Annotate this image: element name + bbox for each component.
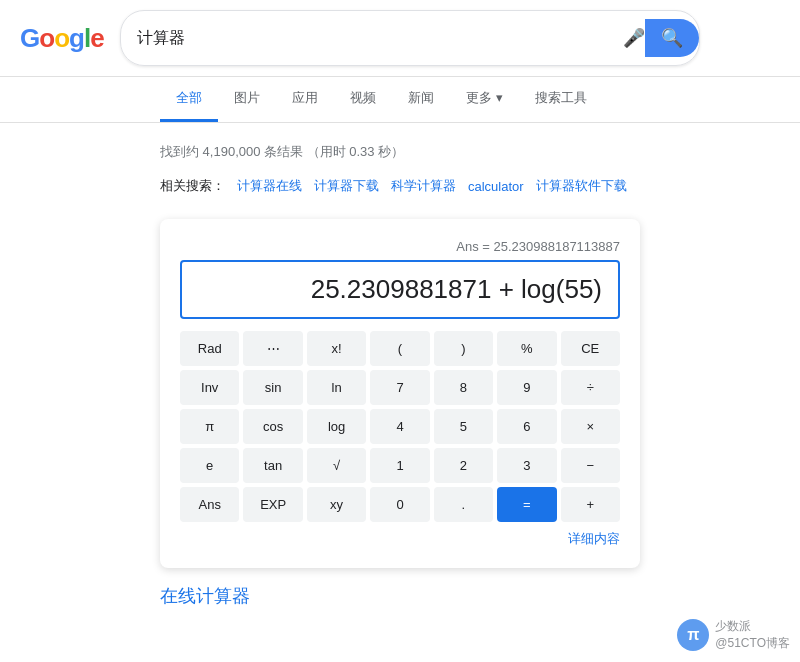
related-link-0[interactable]: 计算器在线 bbox=[237, 177, 302, 195]
nav-item-all[interactable]: 全部 bbox=[160, 77, 218, 122]
btn-sin[interactable]: sin bbox=[243, 370, 302, 405]
microphone-icon[interactable]: 🎤 bbox=[623, 27, 645, 49]
btn-dots[interactable]: ⋯ bbox=[243, 331, 302, 366]
related-link-1[interactable]: 计算器下载 bbox=[314, 177, 379, 195]
btn-decimal[interactable]: . bbox=[434, 487, 493, 522]
btn-7[interactable]: 7 bbox=[370, 370, 429, 405]
related-searches: 相关搜索： 计算器在线 计算器下载 科学计算器 calculator 计算器软件… bbox=[160, 177, 640, 195]
btn-factorial[interactable]: x! bbox=[307, 331, 366, 366]
btn-add[interactable]: + bbox=[561, 487, 620, 522]
btn-log[interactable]: log bbox=[307, 409, 366, 444]
btn-sqrt[interactable]: √ bbox=[307, 448, 366, 483]
btn-xy[interactable]: xy bbox=[307, 487, 366, 522]
watermark: π 少数派 @51CTO博客 bbox=[677, 618, 790, 628]
search-input[interactable]: 计算器 bbox=[137, 29, 623, 47]
watermark-line1: 少数派 bbox=[715, 618, 790, 628]
main-content: 找到约 4,190,000 条结果 （用时 0.33 秒） 相关搜索： 计算器在… bbox=[0, 123, 800, 628]
btn-equals[interactable]: = bbox=[497, 487, 556, 522]
btn-exp[interactable]: EXP bbox=[243, 487, 302, 522]
calc-display[interactable]: 25.2309881871 + log(55) bbox=[180, 260, 620, 319]
navigation: 全部 图片 应用 视频 新闻 更多 ▾ 搜索工具 bbox=[0, 77, 800, 123]
btn-9[interactable]: 9 bbox=[497, 370, 556, 405]
nav-item-apps[interactable]: 应用 bbox=[276, 77, 334, 122]
btn-open-paren[interactable]: ( bbox=[370, 331, 429, 366]
btn-ans[interactable]: Ans bbox=[180, 487, 239, 522]
btn-6[interactable]: 6 bbox=[497, 409, 556, 444]
search-bar: 计算器 🎤 🔍 bbox=[120, 10, 700, 66]
related-link-3[interactable]: calculator bbox=[468, 179, 524, 194]
btn-0[interactable]: 0 bbox=[370, 487, 429, 522]
nav-item-videos[interactable]: 视频 bbox=[334, 77, 392, 122]
btn-3[interactable]: 3 bbox=[497, 448, 556, 483]
calc-buttons: Rad ⋯ x! ( ) % CE Inv sin ln 7 8 9 ÷ π c… bbox=[180, 331, 620, 522]
online-calc-link[interactable]: 在线计算器 bbox=[160, 584, 640, 608]
calc-ans: Ans = 25.230988187113887 bbox=[180, 239, 620, 254]
btn-pi[interactable]: π bbox=[180, 409, 239, 444]
google-logo: Google bbox=[20, 23, 104, 54]
btn-tan[interactable]: tan bbox=[243, 448, 302, 483]
search-button[interactable]: 🔍 bbox=[645, 19, 699, 57]
btn-ce[interactable]: CE bbox=[561, 331, 620, 366]
watermark-text: 少数派 @51CTO博客 bbox=[715, 618, 790, 628]
calculator-widget: Ans = 25.230988187113887 25.2309881871 +… bbox=[160, 219, 640, 568]
btn-inv[interactable]: Inv bbox=[180, 370, 239, 405]
btn-e[interactable]: e bbox=[180, 448, 239, 483]
btn-1[interactable]: 1 bbox=[370, 448, 429, 483]
nav-item-search-tools[interactable]: 搜索工具 bbox=[519, 77, 603, 122]
related-label: 相关搜索： bbox=[160, 177, 225, 195]
btn-close-paren[interactable]: ) bbox=[434, 331, 493, 366]
btn-ln[interactable]: ln bbox=[307, 370, 366, 405]
btn-percent[interactable]: % bbox=[497, 331, 556, 366]
header: Google 计算器 🎤 🔍 bbox=[0, 0, 800, 77]
btn-4[interactable]: 4 bbox=[370, 409, 429, 444]
btn-rad[interactable]: Rad bbox=[180, 331, 239, 366]
btn-5[interactable]: 5 bbox=[434, 409, 493, 444]
btn-8[interactable]: 8 bbox=[434, 370, 493, 405]
nav-item-news[interactable]: 新闻 bbox=[392, 77, 450, 122]
search-icons: 🎤 bbox=[623, 27, 645, 49]
related-link-2[interactable]: 科学计算器 bbox=[391, 177, 456, 195]
more-info-link[interactable]: 详细内容 bbox=[180, 530, 620, 548]
btn-multiply[interactable]: × bbox=[561, 409, 620, 444]
btn-cos[interactable]: cos bbox=[243, 409, 302, 444]
related-link-4[interactable]: 计算器软件下载 bbox=[536, 177, 627, 195]
nav-item-images[interactable]: 图片 bbox=[218, 77, 276, 122]
btn-subtract[interactable]: − bbox=[561, 448, 620, 483]
btn-divide[interactable]: ÷ bbox=[561, 370, 620, 405]
result-stats: 找到约 4,190,000 条结果 （用时 0.33 秒） bbox=[160, 143, 640, 161]
btn-2[interactable]: 2 bbox=[434, 448, 493, 483]
watermark-pi-icon: π bbox=[677, 619, 709, 628]
nav-item-more[interactable]: 更多 ▾ bbox=[450, 77, 519, 122]
